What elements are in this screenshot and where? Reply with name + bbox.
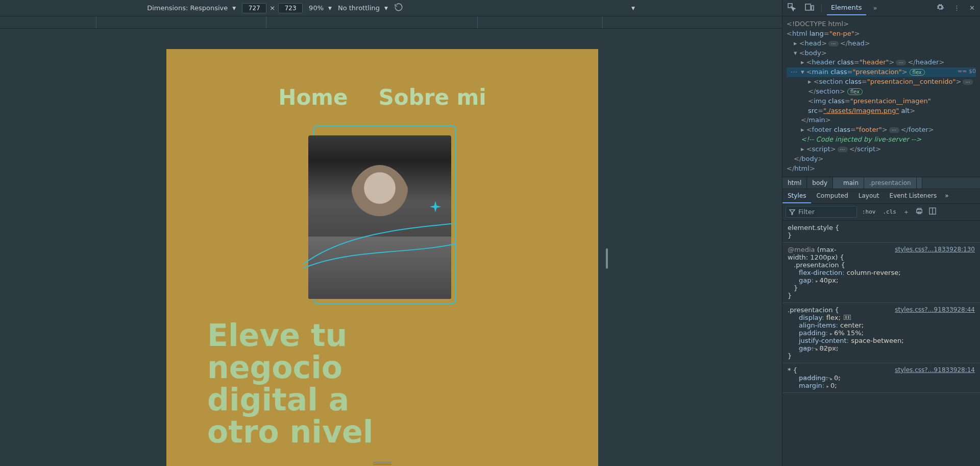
cls-toggle[interactable]: .cls [881,207,899,216]
device-toolbar: Dimensions: Responsive▼ × 90%▼ No thrott… [0,0,782,16]
resize-handle-bottom[interactable] [373,462,391,465]
source-link[interactable]: styles.css?…1833928:130 [895,246,975,253]
dimensions-label: Dimensions: Responsive [147,4,228,12]
dimensions-dropdown[interactable]: Dimensions: Responsive▼ [147,4,236,12]
page-main: Eleve tu negocio digital a otro nivel [166,130,598,448]
height-input[interactable] [278,3,303,13]
tab-computed[interactable]: Computed [811,189,853,203]
rendered-page[interactable]: Home Sobre mi Eleve tu negocio digital a… [166,49,598,466]
styles-filter-input[interactable]: Filter [786,206,857,218]
zoom-value: 90% [309,4,324,12]
close-icon[interactable]: ✕ [967,2,977,14]
device-toggle-icon[interactable] [803,2,816,14]
zoom-dropdown[interactable]: 90%▼ [309,4,332,12]
new-rule-icon[interactable]: ＋ [901,206,911,218]
svg-rect-1 [805,4,811,10]
tab-layout[interactable]: Layout [853,189,885,203]
tabs-overflow-icon[interactable]: » [871,2,879,14]
throttling-value: No throttling [338,4,380,12]
throttling-dropdown[interactable]: No throttling▼ [338,4,388,12]
more-dropdown-icon[interactable]: ▼ [631,6,635,11]
chevron-down-icon: ▼ [232,6,236,11]
styles-tabstrip: Styles Computed Layout Event Listeners » [782,189,980,204]
dom-tree[interactable]: <!DOCTYPE html> <html lang="en-pe"> ▸ <h… [782,16,980,177]
width-input[interactable] [242,3,266,13]
tab-styles[interactable]: Styles [782,189,811,203]
filter-icon [789,209,795,215]
chevron-down-icon: ▼ [384,6,388,11]
styles-rules[interactable]: element.style { } styles.css?…1833928:13… [782,221,980,467]
crumb-body[interactable]: body [807,177,833,189]
styles-tabs-overflow-icon[interactable]: » [942,189,951,203]
inspect-icon[interactable] [786,1,798,15]
source-link[interactable]: styles.css?…91833928:14 [895,366,975,374]
svg-rect-3 [917,209,922,213]
dom-selected-node[interactable]: ⋯▾ <main class="presentacion">flex== $0 [787,67,976,77]
nav-home-link[interactable]: Home [278,85,348,110]
source-link[interactable]: styles.css?…91833928:44 [895,306,975,313]
ruler [0,16,782,29]
page-nav: Home Sobre mi [166,49,598,130]
chevron-down-icon: ▼ [328,6,332,11]
devtools-tabstrip: Elements » ⋮ ✕ [782,0,980,16]
tab-elements[interactable]: Elements [827,1,866,15]
flex-editor-icon[interactable] [844,315,851,320]
styles-toolbar: Filter :hov .cls ＋ [782,204,980,221]
nav-about-link[interactable]: Sobre mi [379,85,486,110]
hero-image [308,130,456,299]
tab-event-listeners[interactable]: Event Listeners [885,189,942,203]
photo-placeholder [308,135,451,299]
device-viewport: Home Sobre mi Eleve tu negocio digital a… [0,29,782,466]
breadcrumb: html body main.presentacion [782,177,980,189]
viewport-scrollbar[interactable] [598,49,616,466]
dimension-separator: × [270,4,275,12]
crumb-html[interactable]: html [782,177,807,189]
print-media-icon[interactable] [914,206,924,218]
hero-headline: Eleve tu negocio digital a otro nivel [187,319,422,448]
crumb-main[interactable]: main.presentacion [833,177,922,189]
rotate-icon[interactable] [394,3,403,13]
hov-toggle[interactable]: :hov [860,207,878,216]
settings-icon[interactable] [934,1,946,15]
svg-rect-4 [918,208,921,210]
kebab-menu-icon[interactable]: ⋮ [951,2,962,14]
svg-rect-2 [812,6,814,10]
doctype-node: <!DOCTYPE html> [787,20,849,28]
computed-toggle-icon[interactable] [927,206,938,218]
